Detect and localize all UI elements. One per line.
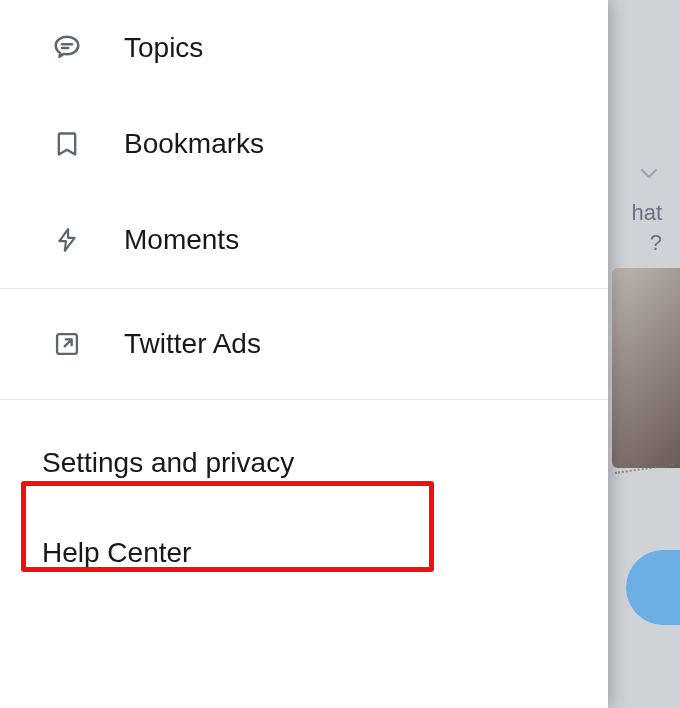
menu-item-twitter-ads[interactable]: Twitter Ads <box>0 289 608 399</box>
menu-item-help-center[interactable]: Help Center <box>0 508 608 598</box>
lightning-icon <box>50 223 84 257</box>
topics-icon <box>50 31 84 65</box>
menu-item-label: Moments <box>124 224 239 256</box>
navigation-drawer: Topics Bookmarks Moments Twitter Ads <box>0 0 608 708</box>
menu-item-label: Bookmarks <box>124 128 264 160</box>
menu-item-label: Twitter Ads <box>124 328 261 360</box>
chevron-down-icon <box>640 165 658 183</box>
compose-fab-partial <box>626 550 680 625</box>
obscured-decoration <box>610 426 675 474</box>
menu-item-bookmarks[interactable]: Bookmarks <box>0 96 608 192</box>
background-obscured-content: hat ? <box>600 0 680 708</box>
menu-item-topics[interactable]: Topics <box>0 0 608 96</box>
menu-item-label: Help Center <box>42 537 191 569</box>
obscured-text: hat <box>631 200 662 226</box>
bookmark-icon <box>50 127 84 161</box>
obscured-text: ? <box>650 230 662 256</box>
menu-item-label: Topics <box>124 32 203 64</box>
external-link-icon <box>50 327 84 361</box>
spacer <box>0 400 608 418</box>
menu-item-moments[interactable]: Moments <box>0 192 608 288</box>
menu-item-settings-privacy[interactable]: Settings and privacy <box>0 418 608 508</box>
menu-item-label: Settings and privacy <box>42 447 294 479</box>
